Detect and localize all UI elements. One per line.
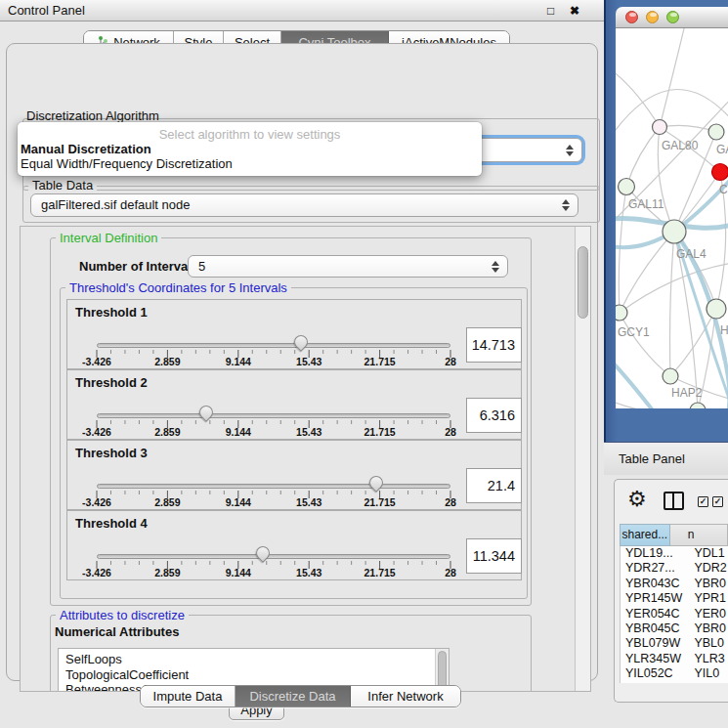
network-graph: GAL80GACGAL11GAL4GCY1HHAP2: [616, 28, 728, 408]
algorithm-option-manual[interactable]: Manual Discretization: [21, 142, 151, 156]
network-node-label: C: [719, 183, 728, 196]
panel-vertical-scrollbar[interactable]: [575, 227, 590, 691]
slider-track[interactable]: [97, 484, 450, 489]
combo-arrows-icon: [492, 261, 499, 273]
network-node-label: GCY1: [618, 325, 650, 339]
slider-track[interactable]: [97, 554, 450, 559]
attribute-item[interactable]: TopologicalCoefficient: [59, 667, 449, 683]
column-header-shared-name[interactable]: shared...: [620, 524, 670, 546]
table-row[interactable]: YIL052CYIL0: [621, 666, 728, 681]
number-of-intervals-label: Number of Intervals: [79, 259, 198, 274]
split-columns-icon[interactable]: [664, 492, 684, 510]
slider-ticks: [92, 420, 455, 430]
table-rows: YDL19...YDL1YDR27...YDR2YBR043CYBR0YPR14…: [620, 546, 728, 683]
network-edge[interactable]: [670, 232, 675, 376]
network-node-ga[interactable]: [708, 124, 724, 140]
slider-ticks: [92, 491, 455, 500]
slider-thumb[interactable]: [291, 332, 311, 352]
network-node[interactable]: [690, 403, 706, 408]
network-edge[interactable]: [616, 67, 660, 127]
tick-label: 2.859: [154, 356, 180, 367]
network-canvas[interactable]: GAL80GACGAL11GAL4GCY1HHAP2: [616, 28, 728, 408]
threshold-value-field[interactable]: 21.4: [466, 468, 522, 503]
column-header-name[interactable]: n: [670, 524, 728, 546]
network-node-label: GAL80: [662, 139, 699, 152]
network-node-hap2[interactable]: [663, 368, 678, 384]
network-node-c[interactable]: [712, 164, 728, 181]
network-edge[interactable]: [626, 127, 660, 187]
network-edge-thick[interactable]: [616, 356, 660, 408]
tick-label: -3.426: [82, 496, 111, 508]
table-row[interactable]: YDR27...YDR2: [621, 561, 728, 576]
tick-label: 28: [445, 426, 456, 438]
tick-label: 28: [445, 496, 456, 508]
threshold-label: Threshold 1: [75, 305, 148, 320]
tick-label: -3.426: [82, 356, 111, 367]
tab-discretize-data[interactable]: Discretize Data: [236, 686, 351, 707]
tick-label: 9.144: [226, 496, 251, 508]
panel-scrollbar-thumb[interactable]: [578, 246, 588, 319]
slider-track[interactable]: [97, 343, 450, 348]
float-window-icon[interactable]: □: [547, 0, 554, 21]
tick-label: 15.43: [296, 567, 321, 578]
network-edge[interactable]: [660, 28, 686, 127]
table-row[interactable]: YBL079WYBL0: [621, 636, 728, 651]
number-of-intervals-combobox[interactable]: 5: [188, 255, 508, 278]
tick-label: 15.43: [296, 496, 321, 508]
gear-icon[interactable]: ⚙: [627, 487, 647, 511]
tick-label: 2.859: [154, 426, 180, 438]
slider-thumb[interactable]: [366, 473, 386, 492]
table-cell: YLR3: [691, 652, 728, 666]
tab-infer-network[interactable]: Infer Network: [351, 686, 460, 707]
close-icon[interactable]: ✖: [570, 0, 579, 21]
threshold-row: Threshold 4-3.4262.8599.14415.4321.71528…: [66, 510, 522, 580]
table-header-row: shared... n: [620, 524, 728, 546]
checkbox-icon[interactable]: ✓: [698, 496, 708, 507]
threshold-value-field[interactable]: 14.713: [466, 327, 522, 363]
table-row[interactable]: YLR345WYLR3: [621, 652, 728, 666]
cyni-toolbox-panel: Discretization Algorithm Select algorith…: [6, 43, 598, 681]
slider-thumb[interactable]: [253, 543, 273, 563]
table-data-title: Table Data: [28, 178, 97, 193]
tick-label: 15.43: [296, 426, 321, 438]
table-row[interactable]: YDL19...YDL1: [621, 546, 728, 561]
settings-scroll-pane: Interval Definition Number of Intervals …: [20, 226, 591, 692]
network-edge[interactable]: [619, 187, 626, 313]
tab-impute-data[interactable]: Impute Data: [141, 686, 236, 707]
slider-thumb[interactable]: [196, 403, 216, 422]
table-row[interactable]: YPR145WYPR1: [621, 591, 728, 606]
table-cell: YER0: [691, 607, 728, 621]
network-node-label: GAL11: [628, 197, 664, 211]
interval-definition-title: Interval Definition: [56, 231, 161, 245]
attribute-item[interactable]: SelfLoops: [59, 652, 449, 667]
zoom-traffic-light-icon[interactable]: [666, 11, 679, 23]
attributes-group-title: Attributes to discretize: [56, 608, 189, 622]
minimize-traffic-light-icon[interactable]: [646, 11, 659, 23]
panel-title: Control Panel: [8, 0, 85, 21]
network-view-window: GAL80GACGAL11GAL4GCY1HHAP2: [604, 0, 728, 442]
network-edge[interactable]: [660, 125, 716, 132]
network-node-gcy1[interactable]: [616, 305, 627, 321]
slider-track[interactable]: [97, 413, 450, 418]
network-edge[interactable]: [620, 313, 670, 376]
network-node-h[interactable]: [707, 299, 726, 319]
checkbox-icon[interactable]: ✓: [712, 496, 723, 507]
threshold-label: Threshold 3: [75, 446, 148, 460]
table-data-combobox[interactable]: galFiltered.sif default node: [30, 193, 578, 217]
table-row[interactable]: YBR045CYBR0: [621, 621, 728, 636]
algorithm-option-equal-width[interactable]: Equal Width/Frequency Discretization: [21, 156, 233, 171]
network-edge[interactable]: [616, 400, 698, 408]
tab-label: Discretize Data: [249, 689, 335, 704]
network-window-titlebar[interactable]: [616, 7, 728, 28]
network-node-gal4[interactable]: [663, 220, 686, 243]
threshold-value-field[interactable]: 6.316: [466, 398, 522, 433]
network-node-gal80[interactable]: [653, 120, 667, 135]
table-row[interactable]: YBR043CYBR0: [621, 577, 728, 591]
close-traffic-light-icon[interactable]: [625, 11, 638, 23]
control-panel-titlebar: Control Panel □ ✖: [0, 0, 604, 21]
network-node-gal11[interactable]: [619, 179, 635, 195]
tick-label: 28: [445, 356, 456, 367]
table-row[interactable]: YER054CYER0: [621, 607, 728, 621]
tick-label: 28: [445, 567, 456, 578]
threshold-value-field[interactable]: 11.344: [466, 538, 522, 574]
